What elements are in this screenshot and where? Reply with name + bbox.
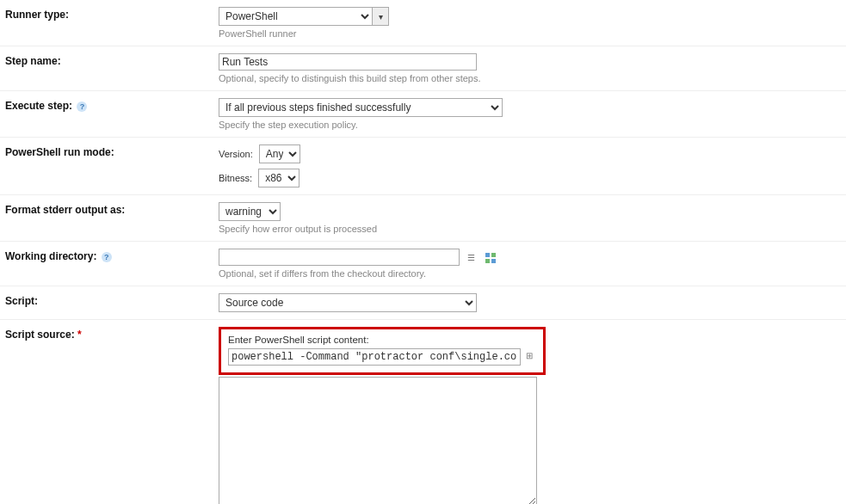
- script-source-highlight: Enter PowerShell script content: ⊞: [219, 327, 546, 375]
- script-label: Script:: [5, 293, 219, 307]
- script-content-prompt: Enter PowerShell script content:: [228, 335, 536, 345]
- svg-rect-3: [491, 259, 496, 263]
- tree-picker-icon[interactable]: [485, 252, 497, 264]
- version-select[interactable]: Any: [259, 144, 300, 163]
- working-dir-label: Working directory:: [5, 250, 96, 262]
- execute-step-select[interactable]: If all previous steps finished successfu…: [219, 98, 503, 117]
- runner-type-select[interactable]: PowerShell: [219, 7, 372, 26]
- bitness-sublabel: Bitness:: [219, 173, 252, 183]
- bitness-select[interactable]: x86: [258, 169, 299, 187]
- execute-step-label: Execute step:: [5, 100, 72, 112]
- svg-rect-2: [485, 259, 490, 263]
- execute-step-hint: Specify the step execution policy.: [219, 120, 841, 130]
- script-source-label: Script source:: [5, 329, 75, 341]
- stderr-label: Format stderr output as:: [5, 202, 219, 216]
- working-dir-hint: Optional, set if differs from the checko…: [219, 268, 841, 279]
- script-select[interactable]: Source code: [219, 293, 477, 312]
- step-name-hint: Optional, specify to distinguish this bu…: [219, 73, 841, 83]
- runner-type-dropdown-arrow[interactable]: ▾: [372, 7, 389, 26]
- version-sublabel: Version:: [219, 149, 253, 159]
- stderr-select[interactable]: warning: [219, 202, 281, 221]
- step-name-label: Step name:: [5, 53, 219, 67]
- help-icon[interactable]: ?: [102, 252, 112, 262]
- run-mode-label: PowerShell run mode:: [5, 144, 219, 158]
- svg-rect-0: [485, 253, 490, 257]
- script-content-textarea[interactable]: [219, 377, 537, 504]
- script-content-line-input[interactable]: [228, 348, 521, 366]
- expand-icon[interactable]: ⊞: [526, 351, 536, 361]
- list-icon[interactable]: ☰: [467, 253, 478, 263]
- svg-rect-1: [491, 253, 496, 257]
- help-icon[interactable]: ?: [77, 101, 87, 112]
- runner-type-label: Runner type:: [5, 7, 219, 21]
- step-name-input[interactable]: [219, 53, 477, 71]
- stderr-hint: Specify how error output is processed: [219, 224, 841, 234]
- working-dir-input[interactable]: [219, 249, 460, 266]
- runner-type-hint: PowerShell runner: [219, 28, 841, 39]
- required-marker: *: [77, 329, 82, 341]
